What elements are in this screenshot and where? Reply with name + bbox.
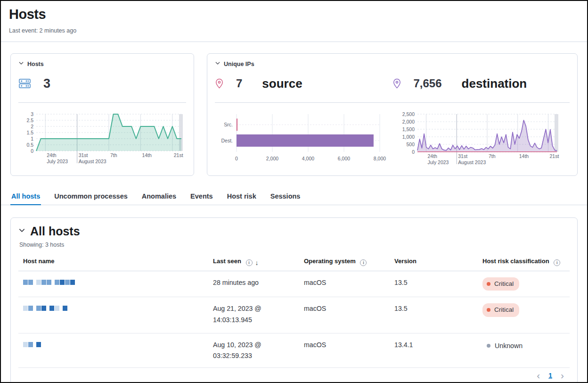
unique-ips-card-toggle[interactable]: Unique IPs — [215, 60, 570, 67]
storage-icon — [18, 78, 31, 89]
svg-text:Src.: Src. — [224, 122, 233, 127]
table-row: Aug 21, 2023 @ 14:03:13.945 macOS 13.5 C… — [18, 297, 570, 333]
version-value: 13.5 — [394, 279, 408, 286]
svg-text:0: 0 — [235, 156, 238, 161]
svg-text:21st: 21st — [550, 153, 559, 159]
pagination: ‹ 1 › — [18, 368, 570, 383]
last-seen-value: Aug 21, 2023 @ 14:03:13.945 — [213, 303, 287, 325]
column-last-seen[interactable]: Last seen i ↓ — [209, 253, 300, 271]
svg-text:2: 2 — [31, 124, 33, 129]
risk-unknown: Unknown — [482, 340, 523, 351]
table-row: 28 minutes ago macOS 13.5 Critical — [18, 271, 570, 297]
svg-text:August 2023: August 2023 — [458, 159, 486, 165]
svg-text:1: 1 — [31, 136, 33, 142]
version-value: 13.5 — [394, 305, 408, 312]
svg-text:31st: 31st — [458, 153, 467, 159]
column-version: Version — [391, 253, 479, 271]
card-divider — [215, 102, 570, 103]
unique-ips-card-label: Unique IPs — [224, 61, 254, 67]
svg-text:August 2023: August 2023 — [79, 158, 106, 164]
svg-text:2,000: 2,000 — [402, 119, 415, 125]
column-operating-system: Operating system i — [300, 253, 391, 271]
last-event-text: Last event: 2 minutes ago — [9, 27, 578, 34]
hosts-area-chart: 32.521.510.5024thJuly 202331stAugust 202… — [18, 111, 187, 167]
svg-text:7th: 7th — [110, 152, 117, 158]
critical-dot-icon — [487, 282, 490, 286]
pagination-next-icon[interactable]: › — [558, 372, 567, 379]
tab-sessions[interactable]: Sessions — [270, 189, 302, 205]
risk-badge-critical: Critical — [482, 277, 519, 291]
critical-dot-icon — [487, 308, 490, 312]
hosts-table: Host name Last seen i ↓ Operating system… — [18, 253, 570, 368]
svg-text:1.5: 1.5 — [26, 130, 33, 135]
card-divider — [18, 102, 186, 103]
tab-uncommon-processes[interactable]: Uncommon processes — [53, 189, 129, 205]
source-pin-icon — [215, 78, 224, 89]
kpi-row: Hosts 3 32.521.510.5024thJuly 202331stAu… — [1, 42, 587, 176]
svg-text:8,000: 8,000 — [374, 156, 386, 161]
svg-text:3: 3 — [31, 111, 33, 117]
tab-anomalies[interactable]: Anomalies — [141, 189, 177, 205]
info-icon[interactable]: i — [554, 259, 560, 266]
sort-desc-icon[interactable]: ↓ — [255, 259, 259, 266]
os-value: macOS — [304, 279, 326, 286]
tab-events[interactable]: Events — [189, 189, 214, 205]
svg-text:7th: 7th — [489, 153, 496, 159]
host-name-link[interactable] — [23, 340, 41, 347]
svg-text:14th: 14th — [142, 152, 152, 158]
unknown-dot-icon — [487, 344, 490, 348]
chevron-down-icon — [18, 227, 25, 236]
svg-text:6,000: 6,000 — [338, 156, 350, 161]
info-icon[interactable]: i — [360, 259, 367, 266]
svg-text:1,500: 1,500 — [402, 126, 415, 132]
destination-ip-count: 7,656 — [414, 77, 442, 90]
unique-ips-kpi-card: Unique IPs 7 source — [207, 53, 578, 176]
svg-text:31st: 31st — [79, 152, 88, 158]
destination-pin-icon — [392, 78, 401, 89]
source-ip-count: 7 — [236, 77, 242, 90]
hosts-count: 3 — [43, 76, 50, 91]
svg-text:2.5: 2.5 — [26, 117, 33, 123]
showing-count: Showing: 3 hosts — [19, 241, 570, 248]
column-host-risk: Host risk classification i — [479, 253, 570, 271]
os-value: macOS — [304, 305, 326, 312]
column-host-name: Host name — [18, 253, 209, 271]
chevron-down-icon — [18, 60, 24, 67]
host-name-link[interactable] — [23, 278, 75, 285]
svg-text:0: 0 — [31, 148, 33, 154]
risk-badge-critical: Critical — [482, 303, 519, 316]
source-label: source — [262, 76, 302, 91]
tab-all-hosts[interactable]: All hosts — [10, 189, 41, 205]
app-window: Hosts Last event: 2 minutes ago Hosts — [0, 0, 588, 383]
hosts-kpi-card: Hosts 3 32.521.510.5024thJuly 202331stAu… — [10, 53, 194, 176]
svg-text:21st: 21st — [174, 152, 183, 158]
svg-text:1,000: 1,000 — [402, 134, 415, 140]
os-value: macOS — [304, 341, 326, 349]
last-seen-value: Aug 10, 2023 @ 03:32:59.233 — [213, 340, 287, 362]
hosts-tabs: All hosts Uncommon processes Anomalies E… — [1, 189, 587, 205]
table-header-row: Host name Last seen i ↓ Operating system… — [18, 253, 570, 271]
svg-text:2,000: 2,000 — [266, 156, 278, 161]
svg-text:500: 500 — [406, 142, 415, 147]
destination-label: destination — [462, 76, 527, 91]
pagination-page-1[interactable]: 1 — [547, 372, 553, 379]
hosts-card-toggle[interactable]: Hosts — [18, 60, 186, 67]
svg-text:0: 0 — [412, 149, 415, 155]
chevron-down-icon — [215, 60, 220, 67]
pagination-previous-icon[interactable]: ‹ — [534, 372, 543, 379]
all-hosts-toggle[interactable]: All hosts — [18, 225, 570, 238]
info-icon[interactable]: i — [246, 259, 253, 266]
table-row: Aug 10, 2023 @ 03:32:59.233 macOS 13.4.1… — [18, 333, 570, 368]
svg-text:4,000: 4,000 — [302, 156, 314, 161]
all-hosts-panel: All hosts Showing: 3 hosts Host name Las… — [10, 217, 578, 383]
svg-text:14th: 14th — [519, 153, 529, 159]
page-title: Hosts — [9, 7, 578, 22]
host-name-link[interactable] — [23, 304, 67, 311]
svg-text:July 2023: July 2023 — [428, 159, 449, 165]
last-seen-value: 28 minutes ago — [213, 277, 287, 288]
svg-text:0.5: 0.5 — [26, 142, 33, 148]
svg-text:2,500: 2,500 — [402, 111, 415, 117]
tab-host-risk[interactable]: Host risk — [226, 189, 257, 205]
svg-text:24th: 24th — [428, 153, 438, 159]
svg-text:July 2023: July 2023 — [47, 158, 68, 164]
